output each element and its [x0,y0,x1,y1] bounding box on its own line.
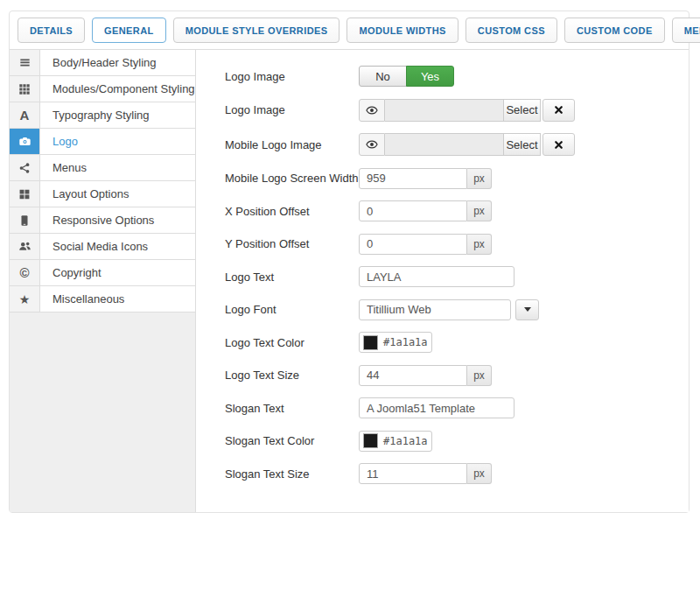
field-label: Y Position Offset [225,237,359,250]
field-label: Logo Text Size [225,369,359,382]
logo-image-toggle: No Yes [359,66,454,87]
chevron-down-icon [524,307,531,312]
logo-image-clear-button[interactable] [542,99,575,122]
form-row-logo-image-toggle: Logo Image No Yes [225,66,689,87]
logo-text-color-picker[interactable]: #1a1a1a [359,332,432,353]
y-position-offset-input[interactable] [359,234,467,255]
preview-button[interactable] [359,99,385,122]
field-label: Logo Text [225,270,359,284]
form-row-x-position-offset: X Position Offset px [225,200,689,221]
field-label: Logo Image [225,103,359,116]
sidebar-item-label: Miscellaneous [40,286,195,312]
font-icon: A [10,102,40,128]
form-row-mobile-logo-image-media: Mobile Logo Image Select [225,133,689,156]
field-label: Mobile Logo Image [225,138,359,151]
logo-settings-form: Logo Image No Yes Logo Image Select [196,50,689,512]
logo-text-size-input[interactable] [359,365,467,386]
mobile-logo-select-button[interactable]: Select [504,133,541,156]
form-row-logo-image-media: Logo Image Select [225,99,689,122]
sidebar-item-label: Responsive Options [40,207,195,233]
sidebar-item-responsive-options[interactable]: Responsive Options [10,207,195,234]
form-row-mobile-logo-screen-width: Mobile Logo Screen Width px [225,168,689,189]
field-label: X Position Offset [225,205,359,218]
field-label: Slogan Text Size [225,467,359,481]
sidebar-item-typography-styling[interactable]: A Typography Styling [10,102,195,129]
preview-button[interactable] [359,133,385,156]
sidebar-item-miscellaneous[interactable]: ★ Miscellaneous [10,286,195,313]
unit-addon: px [467,200,492,221]
sidebar-item-social-media-icons[interactable]: Social Media Icons [10,234,195,260]
sidebar-item-label: Body/Header Styling [40,50,195,75]
sidebar-item-label: Menus [40,155,195,180]
tab-custom-css[interactable]: CUSTOM CSS [466,18,557,43]
logo-font-input[interactable] [359,299,511,320]
tab-details[interactable]: DETAILS [18,18,85,43]
logo-text-input[interactable] [359,266,514,287]
tab-general[interactable]: GENERAL [92,18,166,43]
tab-menu-assignment[interactable]: MENU ASSIGNMENT [672,18,700,43]
tab-custom-code[interactable]: CUSTOM CODE [564,18,665,43]
mobile-logo-screen-width-group: px [359,168,492,189]
logo-image-path-input [385,99,504,122]
settings-sidebar: Body/Header Styling Modules/Component St… [10,50,196,512]
unit-addon: px [467,234,492,255]
logo-image-select-button[interactable]: Select [504,99,541,122]
field-label: Slogan Text [225,402,359,415]
x-position-offset-input[interactable] [359,200,467,221]
mobile-logo-screen-width-input[interactable] [359,168,467,189]
y-position-offset-group: px [359,234,492,255]
grid-2x2-icon [10,181,40,207]
logo-text-size-group: px [359,365,492,386]
unit-addon: px [467,365,492,386]
unit-addon: px [467,168,492,189]
sidebar-item-label: Social Media Icons [40,234,195,259]
color-value: #1a1a1a [383,435,428,447]
mobile-logo-clear-button[interactable] [542,133,575,156]
template-settings-panel: DETAILS GENERAL MODULE STYLE OVERRIDES M… [9,11,690,513]
sidebar-item-copyright[interactable]: © Copyright [10,260,195,286]
tab-bar: DETAILS GENERAL MODULE STYLE OVERRIDES M… [10,11,689,50]
grid-3x3-icon [10,76,40,102]
sidebar-item-label: Layout Options [40,181,195,207]
sidebar-item-layout-options[interactable]: Layout Options [10,181,195,207]
sidebar-item-label: Copyright [40,260,195,285]
sidebar-item-menus[interactable]: Menus [10,155,195,181]
color-swatch [363,335,378,350]
tablet-icon [10,207,40,233]
panel-body: Body/Header Styling Modules/Component St… [10,50,689,512]
field-label: Mobile Logo Screen Width [225,172,359,185]
tab-module-style-overrides[interactable]: MODULE STYLE OVERRIDES [173,18,340,43]
slogan-text-size-group: px [359,463,492,484]
slogan-text-size-input[interactable] [359,463,467,484]
logo-image-no-button[interactable]: No [359,66,407,87]
star-icon: ★ [10,286,40,312]
field-label: Logo Font [225,303,359,316]
copyright-icon: © [10,260,40,285]
x-position-offset-group: px [359,200,492,221]
mobile-logo-path-input [385,133,504,156]
unit-addon: px [467,463,492,484]
field-label: Logo Image [225,70,359,83]
form-row-y-position-offset: Y Position Offset px [225,234,689,255]
sidebar-item-modules-component-styling[interactable]: Modules/Component Styling [10,76,195,102]
logo-image-yes-button[interactable]: Yes [406,66,454,87]
mobile-logo-media-group: Select [359,133,575,156]
field-label: Logo Text Color [225,336,359,349]
eye-icon [366,138,378,151]
slogan-text-color-picker[interactable]: #1a1a1a [359,431,432,452]
sidebar-item-label: Logo [40,129,195,154]
clear-x-icon [553,139,564,151]
bars-icon [10,50,40,75]
form-row-logo-text-size: Logo Text Size px [225,365,689,386]
sidebar-item-label: Modules/Component Styling [40,76,195,102]
logo-font-dropdown-button[interactable] [515,299,539,320]
slogan-text-input[interactable] [359,397,514,418]
sidebar-item-logo[interactable]: Logo [10,129,195,155]
form-row-slogan-text-color: Slogan Text Color #1a1a1a [225,431,689,452]
camera-icon [10,129,40,154]
clear-x-icon [553,104,564,116]
form-row-slogan-text-size: Slogan Text Size px [225,463,689,484]
sidebar-item-body-header-styling[interactable]: Body/Header Styling [10,50,195,76]
tab-module-widths[interactable]: MODULE WIDTHS [346,18,458,43]
color-swatch [363,433,378,448]
